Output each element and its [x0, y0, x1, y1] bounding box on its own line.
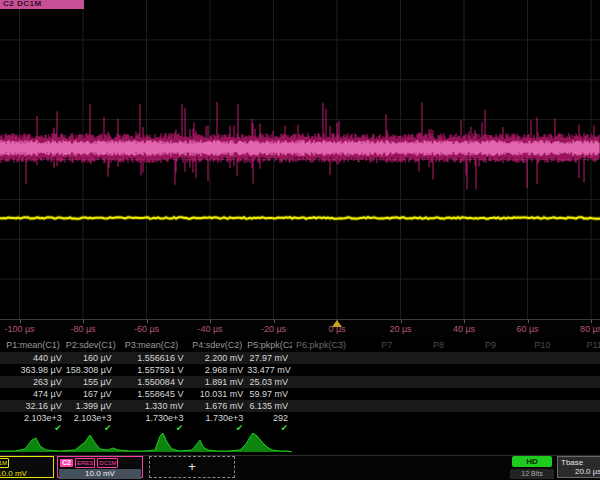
- axis-tick-label: -60 µs: [134, 324, 159, 334]
- c1-coupling-badge: DC1M: [0, 458, 9, 468]
- measure-value-p8: [413, 376, 465, 388]
- measure-header-p1[interactable]: P1:mean(C1): [0, 338, 66, 352]
- measure-value-p11: [568, 376, 600, 388]
- measure-header-p5[interactable]: P5:pkpk(C2): [247, 338, 292, 352]
- measure-value-p6: [292, 388, 361, 400]
- bit-depth-label: 12 Bits: [510, 469, 554, 479]
- status-check-icon: ✔: [66, 424, 116, 433]
- zoom-histogram-strip: [0, 433, 600, 456]
- measure-value-p11: [568, 400, 600, 412]
- measure-header-p9: P9: [465, 338, 517, 352]
- status-check-icon: [292, 424, 361, 433]
- measure-value-p4: 10.031 mV: [187, 388, 247, 400]
- measure-value-p2: 2.103e+3: [66, 412, 116, 424]
- timebase-descriptor[interactable]: Tbase 20.0 µs: [557, 456, 600, 478]
- axis-tick-label: 60 µs: [516, 324, 538, 334]
- axis-tick-label: -100 µs: [4, 324, 34, 334]
- measure-value-p7: [361, 388, 413, 400]
- trace-annotation-label: C2 DC1M: [0, 0, 84, 9]
- axis-tick-label: 20 µs: [389, 324, 411, 334]
- measure-value-p11: [568, 352, 600, 364]
- tbase-label: Tbase: [561, 458, 600, 467]
- measure-value-p2: 160 µV: [66, 352, 116, 364]
- oscilloscope-screen: C2 DC1M -100 µs-80 µs-60 µs-40 µs-20 µs0…: [0, 0, 600, 480]
- status-check-icon: [413, 424, 465, 433]
- measure-header-p10: P10: [516, 338, 568, 352]
- measure-value-p6: [292, 412, 361, 424]
- histogram-fill: [0, 433, 292, 452]
- measure-value-p3: 1.550084 V: [116, 376, 188, 388]
- c1-scale-value: 10.0 mV: [0, 469, 52, 479]
- trace-c1: [0, 217, 600, 219]
- status-check-icon: [568, 424, 600, 433]
- measure-value-p4: 1.730e+3: [187, 412, 247, 424]
- measure-value-p9: [465, 400, 517, 412]
- measure-value-p8: [413, 364, 465, 376]
- measure-value-p7: [361, 364, 413, 376]
- measure-value-p10: [516, 376, 568, 388]
- measure-value-p11: [568, 412, 600, 424]
- axis-tick-label: 80 µs: [580, 324, 600, 334]
- axis-tick-mark: [147, 320, 148, 323]
- axis-tick-mark: [83, 320, 84, 323]
- measure-value-p8: [413, 388, 465, 400]
- add-trace-button[interactable]: +: [149, 456, 235, 478]
- measure-value-p1: 32.16 µV: [0, 400, 66, 412]
- measure-header-p7: P7: [361, 338, 413, 352]
- hd-mode-badge[interactable]: HD: [512, 456, 552, 467]
- measure-value-p9: [465, 364, 517, 376]
- measure-value-p8: [413, 352, 465, 364]
- measure-value-p5: 292: [247, 412, 292, 424]
- measure-value-p6: [292, 364, 361, 376]
- measure-value-p10: [516, 388, 568, 400]
- measure-value-p9: [465, 376, 517, 388]
- bottom-toolbar: C1 DC1M 10.0 mV C2 ERESDC1M 10.0 mV + HD…: [0, 456, 600, 480]
- axis-tick-mark: [528, 320, 529, 323]
- measure-value-p7: [361, 376, 413, 388]
- channel-descriptor-c2[interactable]: C2 ERESDC1M 10.0 mV: [57, 456, 143, 478]
- measure-header-p3[interactable]: P3:mean(C2): [116, 338, 188, 352]
- measure-value-p4: 2.968 mV: [187, 364, 247, 376]
- measure-value-p2: 167 µV: [66, 388, 116, 400]
- trigger-position-marker[interactable]: [332, 320, 342, 327]
- axis-tick-mark: [210, 320, 211, 323]
- measure-value-p4: 1.676 mV: [187, 400, 247, 412]
- measure-value-p4: 1.891 mV: [187, 376, 247, 388]
- status-check-icon: [361, 424, 413, 433]
- status-check-icon: ✔: [116, 424, 188, 433]
- c2-eres-badge: ERES: [75, 458, 95, 468]
- axis-tick-mark: [464, 320, 465, 323]
- measure-value-p9: [465, 412, 517, 424]
- measure-value-p7: [361, 412, 413, 424]
- histogram-trace: [0, 433, 600, 455]
- status-check-icon: ✔: [187, 424, 247, 433]
- measure-header-p2[interactable]: P2:sdev(C1): [66, 338, 116, 352]
- measure-value-p5: 33.477 mV: [247, 364, 292, 376]
- measure-header-p4[interactable]: P4:sdev(C2): [187, 338, 247, 352]
- measure-value-p1: 2.103e+3: [0, 412, 66, 424]
- measure-value-p9: [465, 388, 517, 400]
- waveform-grid: C2 DC1M: [0, 0, 600, 320]
- measure-header-p6: P6:pkpk(C3): [292, 338, 361, 352]
- c2-dc1m-badge: DC1M: [97, 458, 118, 468]
- measure-value-p10: [516, 400, 568, 412]
- measure-header-p8: P8: [413, 338, 465, 352]
- measure-table: P1:mean(C1)P2:sdev(C1)P3:mean(C2)P4:sdev…: [0, 338, 600, 433]
- measure-value-p8: [413, 400, 465, 412]
- tbase-value: 20.0 µs: [561, 467, 600, 476]
- measure-value-p6: [292, 400, 361, 412]
- measure-value-p3: 1.558645 V: [116, 388, 188, 400]
- plus-icon: +: [188, 459, 196, 474]
- measure-header-p11: P11: [568, 338, 600, 352]
- measure-value-p10: [516, 352, 568, 364]
- measure-value-p9: [465, 352, 517, 364]
- c2-badge: C2: [60, 459, 73, 467]
- measure-value-p7: [361, 400, 413, 412]
- measure-value-p5: 25.03 mV: [247, 376, 292, 388]
- channel-descriptor-c1[interactable]: C1 DC1M 10.0 mV: [0, 456, 54, 478]
- status-check-icon: [516, 424, 568, 433]
- measure-value-p10: [516, 412, 568, 424]
- status-check-icon: [465, 424, 517, 433]
- measure-value-p5: 59.97 mV: [247, 388, 292, 400]
- measure-value-p4: 2.200 mV: [187, 352, 247, 364]
